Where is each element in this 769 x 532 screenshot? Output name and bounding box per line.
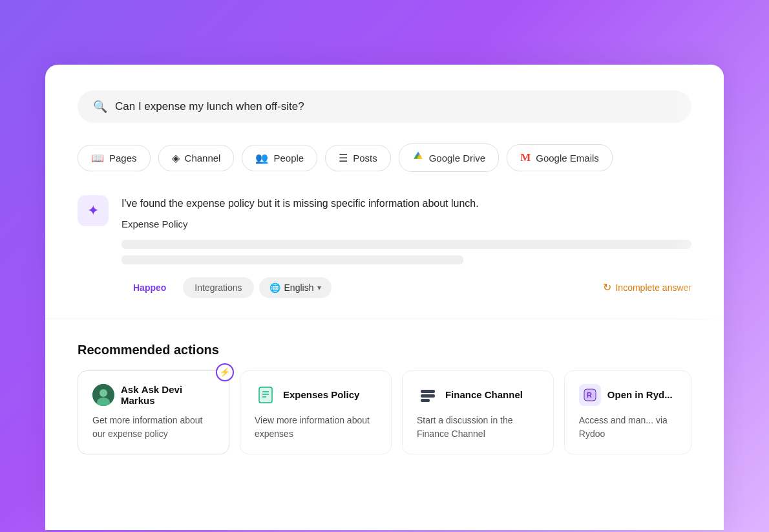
- card-title-ask-devi: Ask Ask Devi Markus: [121, 384, 215, 406]
- chevron-down-icon: ▾: [317, 283, 321, 292]
- tab-pages-label: Pages: [109, 153, 137, 164]
- card-header-rydoo: R Open in Ryd...: [579, 384, 677, 406]
- channel-stack-icon: [417, 384, 439, 406]
- card-desc-ask-devi: Get more information about our expense p…: [92, 414, 215, 441]
- section-divider: [45, 319, 724, 319]
- language-label: English: [284, 282, 314, 293]
- search-icon: 🔍: [93, 100, 107, 114]
- sparkle-icon: ✦: [87, 202, 99, 219]
- person-name: Ask Devi Markus: [121, 384, 182, 406]
- rydoo-icon: R: [579, 384, 601, 406]
- tab-pages[interactable]: 📖 Pages: [78, 145, 151, 171]
- avatar-devi: [92, 384, 114, 406]
- card-title-rydoo: Open in Ryd...: [607, 389, 673, 400]
- tab-people-label: People: [273, 153, 304, 164]
- source-tab-integrations[interactable]: Integrations: [183, 277, 253, 298]
- source-tab-happeo[interactable]: Happeo: [121, 277, 178, 298]
- card-desc-rydoo: Access and man... via Rydoo: [579, 414, 677, 441]
- card-title-finance: Finance Channel: [445, 389, 523, 400]
- action-card-expenses-policy[interactable]: Expenses Policy View more information ab…: [240, 370, 392, 454]
- card-desc-expenses: View more information about expenses: [255, 414, 377, 441]
- svg-text:R: R: [587, 391, 592, 399]
- action-card-rydoo[interactable]: R Open in Ryd... Access and man... via R…: [564, 370, 691, 454]
- placeholder-line-2: [121, 255, 463, 264]
- recommended-section: Recommended actions: [78, 325, 691, 454]
- card-header-finance: Finance Channel: [417, 384, 539, 406]
- lightning-icon: ⚡: [220, 367, 230, 377]
- gmail-icon: M: [520, 151, 531, 164]
- tab-posts-label: Posts: [353, 153, 377, 164]
- main-card: 🔍 Can I expense my lunch when off-site? …: [45, 65, 724, 530]
- ai-answer-section: ✦ I've found the expense policy but it i…: [78, 195, 691, 298]
- expenses-icon: [255, 384, 277, 406]
- card-title-expenses: Expenses Policy: [283, 389, 359, 400]
- card-header-expenses: Expenses Policy: [255, 384, 377, 406]
- google-drive-icon: [412, 151, 424, 165]
- bubble-badge: ⚡: [216, 363, 234, 381]
- svg-rect-11: [421, 399, 430, 402]
- action-card-finance-channel[interactable]: Finance Channel Start a discussion in th…: [402, 370, 554, 454]
- card-header-ask-devi: Ask Ask Devi Markus: [92, 384, 215, 406]
- svg-rect-10: [421, 394, 435, 398]
- tab-channel[interactable]: ◈ Channel: [158, 145, 235, 171]
- search-bar[interactable]: 🔍 Can I expense my lunch when off-site?: [78, 90, 691, 123]
- ai-icon-wrapper: ✦: [78, 195, 109, 226]
- placeholder-line-1: [121, 240, 691, 249]
- filter-tabs: 📖 Pages ◈ Channel 👥 People ☰ Posts: [78, 144, 691, 172]
- ai-sub-text: Expense Policy: [121, 218, 691, 229]
- tab-posts[interactable]: ☰ Posts: [325, 145, 391, 171]
- channel-icon: ◈: [172, 152, 180, 164]
- incomplete-icon: ↻: [603, 281, 611, 293]
- tab-google-drive[interactable]: Google Drive: [399, 144, 500, 172]
- tab-google-emails-label: Google Emails: [536, 153, 599, 164]
- action-cards: Ask Ask Devi Markus Get more information…: [78, 370, 691, 454]
- card-desc-finance: Start a discussion in the Finance Channe…: [417, 414, 539, 441]
- globe-icon: 🌐: [269, 282, 280, 293]
- tab-google-drive-label: Google Drive: [429, 153, 486, 164]
- search-query: Can I expense my lunch when off-site?: [115, 100, 304, 113]
- tab-google-emails[interactable]: M Google Emails: [507, 144, 613, 171]
- incomplete-badge: ↻ Incomplete answer: [603, 281, 691, 293]
- recommended-title: Recommended actions: [78, 343, 691, 357]
- posts-icon: ☰: [339, 152, 348, 164]
- incomplete-label: Incomplete answer: [615, 282, 691, 293]
- svg-point-2: [100, 389, 107, 397]
- avatar-image: [92, 384, 114, 406]
- tab-channel-label: Channel: [185, 153, 221, 164]
- ai-content: I've found the expense policy but it is …: [121, 195, 691, 298]
- ai-main-text: I've found the expense policy but it is …: [121, 195, 691, 212]
- people-icon: 👥: [255, 152, 268, 164]
- svg-rect-9: [421, 390, 435, 393]
- tab-people[interactable]: 👥 People: [242, 145, 317, 171]
- language-tab[interactable]: 🌐 English ▾: [259, 277, 332, 298]
- source-tabs: Happeo Integrations 🌐 English ▾ ↻ Incomp…: [121, 277, 691, 298]
- svg-rect-4: [259, 387, 272, 403]
- action-card-ask-devi[interactable]: Ask Ask Devi Markus Get more information…: [78, 370, 229, 454]
- pages-icon: 📖: [91, 152, 104, 164]
